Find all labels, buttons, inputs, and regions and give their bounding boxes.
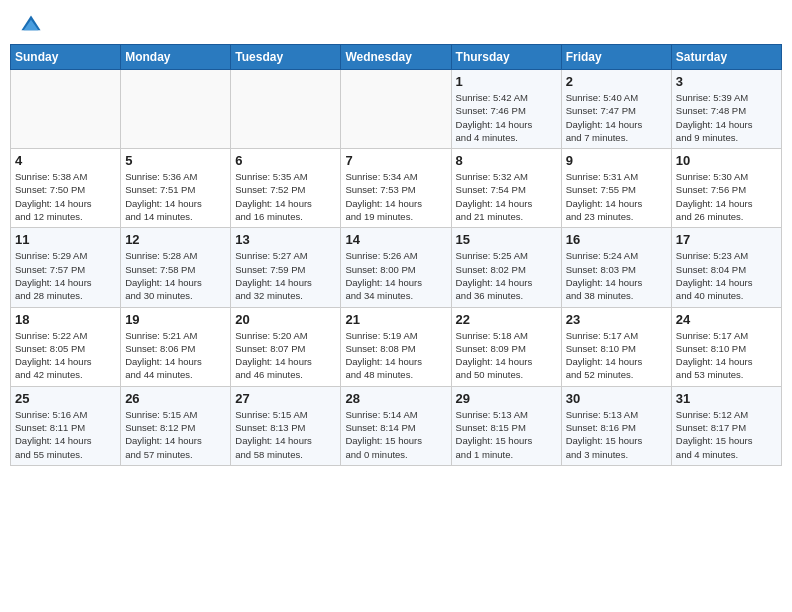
day-info: Sunrise: 5:32 AM Sunset: 7:54 PM Dayligh…: [456, 170, 557, 223]
logo: [20, 18, 44, 36]
day-number: 26: [125, 391, 226, 406]
day-header-thursday: Thursday: [451, 45, 561, 70]
days-of-week-row: SundayMondayTuesdayWednesdayThursdayFrid…: [11, 45, 782, 70]
calendar-cell: 20Sunrise: 5:20 AM Sunset: 8:07 PM Dayli…: [231, 307, 341, 386]
calendar-cell: 2Sunrise: 5:40 AM Sunset: 7:47 PM Daylig…: [561, 70, 671, 149]
calendar-cell: 23Sunrise: 5:17 AM Sunset: 8:10 PM Dayli…: [561, 307, 671, 386]
day-number: 19: [125, 312, 226, 327]
calendar-cell: 13Sunrise: 5:27 AM Sunset: 7:59 PM Dayli…: [231, 228, 341, 307]
day-info: Sunrise: 5:15 AM Sunset: 8:13 PM Dayligh…: [235, 408, 336, 461]
day-info: Sunrise: 5:27 AM Sunset: 7:59 PM Dayligh…: [235, 249, 336, 302]
day-info: Sunrise: 5:39 AM Sunset: 7:48 PM Dayligh…: [676, 91, 777, 144]
day-number: 10: [676, 153, 777, 168]
calendar-cell: 31Sunrise: 5:12 AM Sunset: 8:17 PM Dayli…: [671, 386, 781, 465]
day-info: Sunrise: 5:26 AM Sunset: 8:00 PM Dayligh…: [345, 249, 446, 302]
day-number: 16: [566, 232, 667, 247]
day-number: 27: [235, 391, 336, 406]
calendar-week-2: 4Sunrise: 5:38 AM Sunset: 7:50 PM Daylig…: [11, 149, 782, 228]
day-info: Sunrise: 5:22 AM Sunset: 8:05 PM Dayligh…: [15, 329, 116, 382]
day-info: Sunrise: 5:31 AM Sunset: 7:55 PM Dayligh…: [566, 170, 667, 223]
calendar-body: 1Sunrise: 5:42 AM Sunset: 7:46 PM Daylig…: [11, 70, 782, 466]
calendar-week-5: 25Sunrise: 5:16 AM Sunset: 8:11 PM Dayli…: [11, 386, 782, 465]
calendar-cell: 25Sunrise: 5:16 AM Sunset: 8:11 PM Dayli…: [11, 386, 121, 465]
day-number: 22: [456, 312, 557, 327]
day-info: Sunrise: 5:40 AM Sunset: 7:47 PM Dayligh…: [566, 91, 667, 144]
calendar-cell: 9Sunrise: 5:31 AM Sunset: 7:55 PM Daylig…: [561, 149, 671, 228]
day-number: 31: [676, 391, 777, 406]
day-number: 28: [345, 391, 446, 406]
day-info: Sunrise: 5:16 AM Sunset: 8:11 PM Dayligh…: [15, 408, 116, 461]
logo-icon: [20, 14, 42, 36]
day-number: 17: [676, 232, 777, 247]
day-info: Sunrise: 5:24 AM Sunset: 8:03 PM Dayligh…: [566, 249, 667, 302]
calendar-cell: 28Sunrise: 5:14 AM Sunset: 8:14 PM Dayli…: [341, 386, 451, 465]
calendar-cell: 8Sunrise: 5:32 AM Sunset: 7:54 PM Daylig…: [451, 149, 561, 228]
calendar-cell: 12Sunrise: 5:28 AM Sunset: 7:58 PM Dayli…: [121, 228, 231, 307]
calendar-cell: 29Sunrise: 5:13 AM Sunset: 8:15 PM Dayli…: [451, 386, 561, 465]
day-header-sunday: Sunday: [11, 45, 121, 70]
day-info: Sunrise: 5:17 AM Sunset: 8:10 PM Dayligh…: [676, 329, 777, 382]
day-number: 9: [566, 153, 667, 168]
day-number: 8: [456, 153, 557, 168]
day-number: 13: [235, 232, 336, 247]
calendar-cell: 16Sunrise: 5:24 AM Sunset: 8:03 PM Dayli…: [561, 228, 671, 307]
day-number: 3: [676, 74, 777, 89]
calendar-cell: 3Sunrise: 5:39 AM Sunset: 7:48 PM Daylig…: [671, 70, 781, 149]
calendar-cell: 19Sunrise: 5:21 AM Sunset: 8:06 PM Dayli…: [121, 307, 231, 386]
day-number: 29: [456, 391, 557, 406]
calendar-cell: [11, 70, 121, 149]
day-info: Sunrise: 5:19 AM Sunset: 8:08 PM Dayligh…: [345, 329, 446, 382]
day-info: Sunrise: 5:21 AM Sunset: 8:06 PM Dayligh…: [125, 329, 226, 382]
calendar-cell: 24Sunrise: 5:17 AM Sunset: 8:10 PM Dayli…: [671, 307, 781, 386]
calendar-cell: 22Sunrise: 5:18 AM Sunset: 8:09 PM Dayli…: [451, 307, 561, 386]
calendar-cell: 4Sunrise: 5:38 AM Sunset: 7:50 PM Daylig…: [11, 149, 121, 228]
day-number: 4: [15, 153, 116, 168]
day-number: 25: [15, 391, 116, 406]
day-info: Sunrise: 5:28 AM Sunset: 7:58 PM Dayligh…: [125, 249, 226, 302]
day-header-wednesday: Wednesday: [341, 45, 451, 70]
day-info: Sunrise: 5:15 AM Sunset: 8:12 PM Dayligh…: [125, 408, 226, 461]
day-info: Sunrise: 5:20 AM Sunset: 8:07 PM Dayligh…: [235, 329, 336, 382]
calendar-cell: 7Sunrise: 5:34 AM Sunset: 7:53 PM Daylig…: [341, 149, 451, 228]
calendar-cell: 1Sunrise: 5:42 AM Sunset: 7:46 PM Daylig…: [451, 70, 561, 149]
day-number: 24: [676, 312, 777, 327]
day-header-tuesday: Tuesday: [231, 45, 341, 70]
calendar-cell: [341, 70, 451, 149]
day-number: 2: [566, 74, 667, 89]
day-info: Sunrise: 5:30 AM Sunset: 7:56 PM Dayligh…: [676, 170, 777, 223]
day-number: 12: [125, 232, 226, 247]
day-info: Sunrise: 5:14 AM Sunset: 8:14 PM Dayligh…: [345, 408, 446, 461]
day-header-monday: Monday: [121, 45, 231, 70]
calendar-week-1: 1Sunrise: 5:42 AM Sunset: 7:46 PM Daylig…: [11, 70, 782, 149]
day-info: Sunrise: 5:13 AM Sunset: 8:15 PM Dayligh…: [456, 408, 557, 461]
day-info: Sunrise: 5:18 AM Sunset: 8:09 PM Dayligh…: [456, 329, 557, 382]
day-number: 1: [456, 74, 557, 89]
page-header: [10, 10, 782, 40]
day-number: 7: [345, 153, 446, 168]
day-info: Sunrise: 5:25 AM Sunset: 8:02 PM Dayligh…: [456, 249, 557, 302]
day-header-friday: Friday: [561, 45, 671, 70]
calendar-cell: 30Sunrise: 5:13 AM Sunset: 8:16 PM Dayli…: [561, 386, 671, 465]
calendar-cell: 27Sunrise: 5:15 AM Sunset: 8:13 PM Dayli…: [231, 386, 341, 465]
day-info: Sunrise: 5:42 AM Sunset: 7:46 PM Dayligh…: [456, 91, 557, 144]
day-info: Sunrise: 5:23 AM Sunset: 8:04 PM Dayligh…: [676, 249, 777, 302]
calendar-table: SundayMondayTuesdayWednesdayThursdayFrid…: [10, 44, 782, 466]
day-header-saturday: Saturday: [671, 45, 781, 70]
day-info: Sunrise: 5:38 AM Sunset: 7:50 PM Dayligh…: [15, 170, 116, 223]
calendar-cell: [231, 70, 341, 149]
day-number: 15: [456, 232, 557, 247]
day-number: 6: [235, 153, 336, 168]
calendar-header: SundayMondayTuesdayWednesdayThursdayFrid…: [11, 45, 782, 70]
calendar-cell: 21Sunrise: 5:19 AM Sunset: 8:08 PM Dayli…: [341, 307, 451, 386]
calendar-cell: 17Sunrise: 5:23 AM Sunset: 8:04 PM Dayli…: [671, 228, 781, 307]
day-info: Sunrise: 5:35 AM Sunset: 7:52 PM Dayligh…: [235, 170, 336, 223]
day-number: 23: [566, 312, 667, 327]
day-info: Sunrise: 5:12 AM Sunset: 8:17 PM Dayligh…: [676, 408, 777, 461]
day-info: Sunrise: 5:34 AM Sunset: 7:53 PM Dayligh…: [345, 170, 446, 223]
day-number: 5: [125, 153, 226, 168]
calendar-cell: 11Sunrise: 5:29 AM Sunset: 7:57 PM Dayli…: [11, 228, 121, 307]
day-number: 18: [15, 312, 116, 327]
day-info: Sunrise: 5:29 AM Sunset: 7:57 PM Dayligh…: [15, 249, 116, 302]
day-number: 11: [15, 232, 116, 247]
calendar-cell: 6Sunrise: 5:35 AM Sunset: 7:52 PM Daylig…: [231, 149, 341, 228]
